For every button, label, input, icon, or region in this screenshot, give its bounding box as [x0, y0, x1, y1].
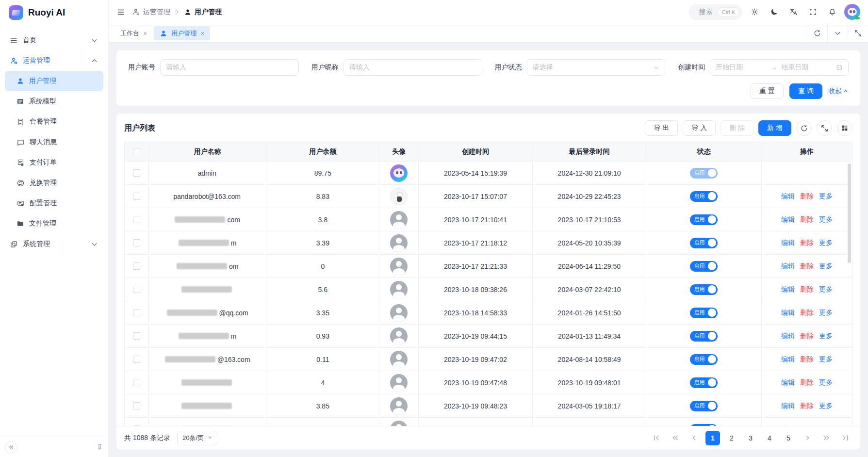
- hamburger-menu-icon[interactable]: [116, 8, 125, 16]
- delete-link[interactable]: 删除: [800, 192, 814, 201]
- more-link[interactable]: 更多: [819, 285, 833, 294]
- status-toggle[interactable]: 启用: [690, 377, 718, 388]
- status-toggle[interactable]: 启用: [690, 168, 718, 179]
- delete-link[interactable]: 删除: [800, 215, 814, 224]
- edit-link[interactable]: 编辑: [781, 309, 795, 317]
- delete-link[interactable]: 删除: [800, 332, 814, 341]
- row-checkbox[interactable]: [133, 332, 140, 340]
- prev-page-button[interactable]: [687, 431, 701, 445]
- edit-link[interactable]: 编辑: [781, 425, 795, 426]
- sidebar-item-package-management[interactable]: 套餐管理: [5, 112, 103, 132]
- sidebar-collapse-button[interactable]: [5, 441, 17, 454]
- vertical-scrollbar[interactable]: [848, 163, 851, 263]
- delete-link[interactable]: 删除: [800, 262, 814, 271]
- tab-tool-content-fullscreen[interactable]: [848, 24, 868, 42]
- last-page-button[interactable]: [838, 431, 852, 445]
- status-toggle[interactable]: 启用: [690, 191, 718, 202]
- sidebar-item-redeem-management[interactable]: 兑换管理: [5, 173, 103, 193]
- more-link[interactable]: 更多: [819, 215, 833, 224]
- row-checkbox[interactable]: [133, 239, 140, 246]
- account-input[interactable]: 请输入: [160, 59, 299, 76]
- more-link[interactable]: 更多: [819, 378, 833, 387]
- edit-link[interactable]: 编辑: [781, 215, 795, 224]
- global-search-input[interactable]: 搜索 Ctrl K: [688, 4, 743, 20]
- tab-tool-refresh[interactable]: [807, 24, 827, 42]
- page-2-button[interactable]: 2: [724, 431, 739, 445]
- query-button[interactable]: 查 询: [789, 83, 822, 99]
- user-avatar[interactable]: [844, 4, 860, 20]
- nickname-input[interactable]: 请输入: [344, 59, 482, 76]
- status-toggle[interactable]: 启用: [690, 238, 718, 248]
- reset-button[interactable]: 重 置: [751, 83, 784, 99]
- add-button[interactable]: 新 增: [758, 120, 791, 136]
- delete-link[interactable]: 删除: [800, 309, 814, 317]
- row-checkbox[interactable]: [133, 425, 140, 426]
- sidebar-item-payment-orders[interactable]: 支付订单: [5, 152, 103, 173]
- sidebar-item-user-management[interactable]: 用户管理: [5, 71, 103, 91]
- tab-user-management[interactable]: 用户管理×: [154, 26, 210, 40]
- language-button[interactable]: [785, 4, 802, 20]
- status-toggle[interactable]: 启用: [690, 331, 718, 342]
- status-toggle[interactable]: 启用: [690, 354, 718, 365]
- next-page-button[interactable]: [800, 431, 815, 445]
- notifications-button[interactable]: [824, 4, 840, 20]
- row-checkbox[interactable]: [133, 286, 140, 293]
- close-icon[interactable]: ×: [143, 30, 147, 37]
- edit-link[interactable]: 编辑: [781, 239, 795, 247]
- tab-workbench[interactable]: 工作台×: [115, 26, 153, 40]
- more-link[interactable]: 更多: [819, 402, 833, 410]
- status-toggle[interactable]: 启用: [690, 401, 718, 411]
- status-toggle[interactable]: 启用: [690, 214, 718, 225]
- delete-link[interactable]: 删除: [800, 355, 814, 364]
- sidebar-item-operations[interactable]: 运营管理: [5, 50, 103, 71]
- more-link[interactable]: 更多: [819, 239, 833, 247]
- table-tool-fullscreen-button[interactable]: [817, 120, 832, 136]
- more-link[interactable]: 更多: [819, 262, 833, 271]
- page-5-button[interactable]: 5: [781, 431, 796, 445]
- date-range-picker[interactable]: 开始日期 → 结束日期: [710, 59, 849, 76]
- edit-link[interactable]: 编辑: [781, 402, 795, 410]
- tab-tool-tab-list[interactable]: [827, 24, 848, 42]
- page-size-select[interactable]: 20条/页: [177, 431, 217, 445]
- import-button[interactable]: 导 入: [683, 120, 716, 136]
- first-page-button[interactable]: [649, 431, 663, 445]
- fullscreen-button[interactable]: [804, 4, 821, 20]
- export-button[interactable]: 导 出: [645, 120, 678, 136]
- more-link[interactable]: 更多: [819, 425, 833, 426]
- edit-link[interactable]: 编辑: [781, 262, 795, 271]
- edit-link[interactable]: 编辑: [781, 332, 795, 341]
- edit-link[interactable]: 编辑: [781, 192, 795, 201]
- row-checkbox[interactable]: [133, 216, 140, 223]
- edit-link[interactable]: 编辑: [781, 285, 795, 294]
- sidebar-item-file-management[interactable]: 文件管理: [5, 213, 103, 234]
- row-checkbox[interactable]: [133, 402, 140, 409]
- row-checkbox[interactable]: [133, 356, 140, 363]
- delete-link[interactable]: 删除: [800, 285, 814, 294]
- prev-5-pages-button[interactable]: [668, 431, 682, 445]
- select-all-checkbox[interactable]: [133, 148, 140, 155]
- delete-link[interactable]: 删除: [800, 239, 814, 247]
- row-checkbox[interactable]: [133, 169, 140, 177]
- sidebar-item-config-management[interactable]: 配置管理: [5, 193, 103, 213]
- sidebar-item-system-management[interactable]: 系统管理: [5, 234, 103, 254]
- page-4-button[interactable]: 4: [762, 431, 777, 445]
- edit-link[interactable]: 编辑: [781, 355, 795, 364]
- page-3-button[interactable]: 3: [743, 431, 758, 445]
- status-toggle[interactable]: 启用: [690, 261, 718, 272]
- close-icon[interactable]: ×: [200, 30, 204, 37]
- table-tool-refresh-button[interactable]: [796, 120, 812, 136]
- page-1-button[interactable]: 1: [705, 431, 720, 445]
- breadcrumb-item[interactable]: 运营管理: [132, 8, 170, 16]
- next-5-pages-button[interactable]: [819, 431, 834, 445]
- row-checkbox[interactable]: [133, 262, 140, 270]
- sidebar-item-home[interactable]: 首页: [5, 30, 103, 50]
- delete-link[interactable]: 删除: [800, 402, 814, 410]
- theme-button[interactable]: [766, 4, 782, 20]
- more-link[interactable]: 更多: [819, 332, 833, 341]
- status-toggle[interactable]: 启用: [690, 284, 718, 295]
- collapse-filters-link[interactable]: 收起: [828, 87, 849, 96]
- delete-link[interactable]: 删除: [800, 425, 814, 426]
- edit-link[interactable]: 编辑: [781, 378, 795, 387]
- row-checkbox[interactable]: [133, 309, 140, 316]
- breadcrumb-item[interactable]: 用户管理: [184, 8, 222, 16]
